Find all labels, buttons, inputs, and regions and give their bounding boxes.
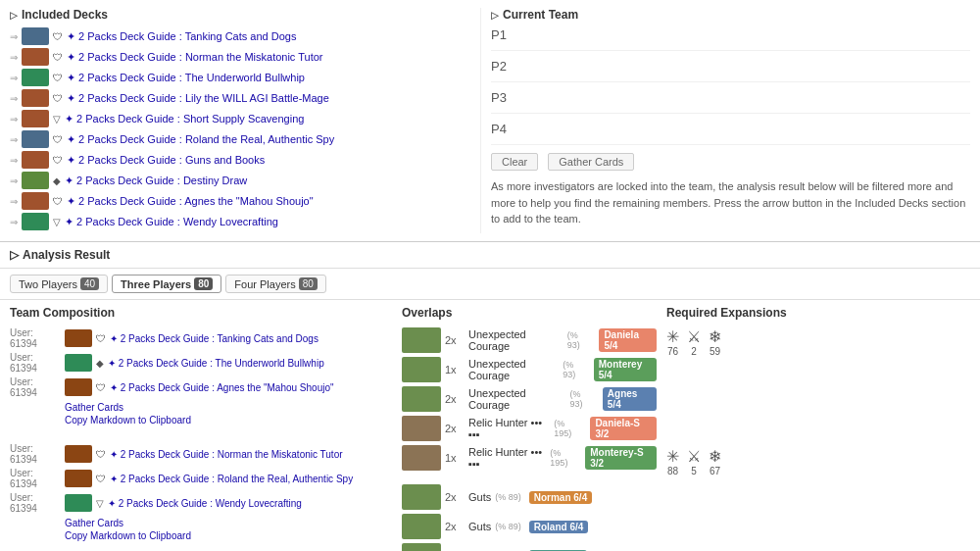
list-item: ⇒ 🛡 ✦ 2 Packs Deck Guide : Guns and Book… [10, 151, 470, 169]
overlap-badge: Daniela-S 3/2 [590, 417, 657, 440]
gather-cards-link-1[interactable]: Gather Cards [65, 402, 392, 413]
comp-link[interactable]: ✦ 2 Packs Deck Guide : Norman the Miskat… [110, 449, 343, 460]
overlap-item: 2x Guts (% 89) Norman 6/4 [402, 484, 657, 510]
deck-arrow-4[interactable]: ⇒ [10, 93, 18, 104]
exp-icon-item: ✳ 88 [666, 447, 679, 476]
deck-arrow-9[interactable]: ⇒ [10, 196, 18, 207]
comp-thumb [65, 445, 92, 463]
deck-link-10[interactable]: ✦ 2 Packs Deck Guide : Wendy Lovecraftin… [65, 216, 278, 228]
copy-markdown-link-2[interactable]: Copy Markdown to Clipboard [65, 530, 392, 541]
deck-link-6[interactable]: ✦ 2 Packs Deck Guide : Roland the Real, … [67, 133, 334, 146]
player-slot-p2: P2 [491, 59, 970, 82]
team-actions: Clear Gather Cards [491, 153, 970, 171]
comp-thumb [65, 329, 92, 347]
gather-cards-button[interactable]: Gather Cards [548, 153, 634, 171]
deck-link-2[interactable]: ✦ 2 Packs Deck Guide : Norman the Miskat… [67, 51, 323, 64]
clear-button[interactable]: Clear [491, 153, 538, 171]
overlap-thumb [402, 327, 441, 353]
list-item: ⇒ 🛡 ✦ 2 Packs Deck Guide : Lily the WILL… [10, 89, 470, 107]
comp-thumb [65, 354, 92, 372]
tab-badge-four: 80 [299, 277, 318, 290]
comp-link[interactable]: ✦ 2 Packs Deck Guide : Agnes the "Mahou … [110, 382, 334, 393]
action-row-2: Gather Cards Copy Markdown to Clipboard [10, 518, 392, 541]
overlap-badge: Daniela 5/4 [599, 328, 657, 352]
deck-arrow-1[interactable]: ⇒ [10, 31, 18, 42]
action-row-1: Gather Cards Copy Markdown to Clipboard [10, 402, 392, 426]
overlap-group-2: 2x Guts (% 89) Norman 6/4 2x Guts (% 89)… [402, 484, 657, 551]
overlap-item: 2x Relic Hunter ••• ▪▪▪ (% 195) Daniela-… [402, 416, 657, 441]
deck-thumb [22, 192, 49, 210]
tab-badge-three: 80 [194, 277, 213, 290]
deck-link-1[interactable]: ✦ 2 Packs Deck Guide : Tanking Cats and … [67, 30, 296, 43]
overlap-thumb [402, 445, 441, 471]
overlap-thumb [402, 484, 441, 510]
deck-thumb [22, 130, 49, 148]
comp-thumb [65, 494, 92, 512]
exp-icons-2: ✳ 88 ⚔ 5 ❄ 67 [666, 447, 970, 476]
expansion-icon-snowflake: ✳ [666, 327, 679, 346]
deck-thumb [22, 213, 49, 230]
required-expansions-header: Required Expansions [666, 306, 970, 320]
deck-arrow-8[interactable]: ⇒ [10, 175, 18, 186]
expansion-icon-star: ❄ [709, 327, 721, 346]
deck-link-3[interactable]: ✦ 2 Packs Deck Guide : The Underworld Bu… [67, 72, 305, 84]
comp-item: User: 61394 ◆ ✦ 2 Packs Deck Guide : The… [10, 352, 392, 374]
gather-cards-link-2[interactable]: Gather Cards [65, 518, 392, 528]
deck-thumb [22, 151, 49, 169]
overlap-thumb [402, 416, 441, 441]
tab-badge-two: 40 [80, 277, 99, 290]
content-area: Team Composition User: 61394 🛡 ✦ 2 Packs… [0, 300, 980, 551]
deck-arrow-2[interactable]: ⇒ [10, 52, 18, 63]
tab-two-players[interactable]: Two Players 40 [10, 275, 108, 293]
list-item: ⇒ ▽ ✦ 2 Packs Deck Guide : Short Supply … [10, 110, 470, 127]
analysis-result-header: ▷ Analysis Result [0, 242, 980, 269]
deck-link-9[interactable]: ✦ 2 Packs Deck Guide : Agnes the "Mahou … [67, 195, 314, 208]
list-item: ⇒ 🛡 ✦ 2 Packs Deck Guide : Tanking Cats … [10, 27, 470, 45]
exp-icons-1: ✳ 76 ⚔ 2 ❄ 59 [666, 327, 970, 357]
comp-link[interactable]: ✦ 2 Packs Deck Guide : Tanking Cats and … [110, 333, 318, 344]
comp-item: User: 61394 🛡 ✦ 2 Packs Deck Guide : Nor… [10, 443, 392, 465]
deck-link-4[interactable]: ✦ 2 Packs Deck Guide : Lily the WILL AGI… [67, 92, 329, 105]
deck-list: ⇒ 🛡 ✦ 2 Packs Deck Guide : Tanking Cats … [10, 27, 470, 230]
deck-arrow-5[interactable]: ⇒ [10, 114, 18, 125]
list-item: ⇒ 🛡 ✦ 2 Packs Deck Guide : Agnes the "Ma… [10, 192, 470, 210]
overlap-item: 1x Unexpected Courage (% 93) Monterey 5/… [402, 357, 657, 382]
comp-link[interactable]: ✦ 2 Packs Deck Guide : Wendy Lovecraftin… [108, 498, 302, 509]
overlap-item: 2x Guts (% 89) Wendy 6/4 [402, 543, 657, 551]
deck-arrow-10[interactable]: ⇒ [10, 217, 18, 227]
exp-icon-item: ✳ 76 [666, 327, 679, 357]
deck-thumb [22, 69, 49, 86]
deck-arrow-3[interactable]: ⇒ [10, 73, 18, 83]
deck-arrow-7[interactable]: ⇒ [10, 155, 18, 166]
deck-arrow-6[interactable]: ⇒ [10, 134, 18, 145]
overlap-badge: Monterey-S 3/2 [585, 446, 657, 470]
overlap-thumb [402, 357, 441, 382]
included-decks-header: ▷ Included Decks [10, 8, 470, 22]
overlap-thumb [402, 514, 441, 539]
comp-link[interactable]: ✦ 2 Packs Deck Guide : Roland the Real, … [110, 474, 353, 484]
team-info: As more investigators are locked into th… [491, 178, 970, 227]
exp-icon-item: ⚔ 2 [687, 327, 701, 357]
comp-link[interactable]: ✦ 2 Packs Deck Guide : The Underworld Bu… [108, 358, 324, 369]
exp-icon-item: ⚔ 5 [687, 447, 701, 476]
overlap-thumb [402, 543, 441, 551]
list-item: ⇒ 🛡 ✦ 2 Packs Deck Guide : Norman the Mi… [10, 48, 470, 66]
overlap-badge: Roland 6/4 [529, 521, 589, 533]
tab-three-players[interactable]: Three Players 80 [112, 275, 221, 293]
tab-four-players[interactable]: Four Players 80 [225, 275, 325, 293]
team-composition-panel: Team Composition User: 61394 🛡 ✦ 2 Packs… [10, 306, 392, 551]
deck-link-7[interactable]: ✦ 2 Packs Deck Guide : Guns and Books [67, 154, 265, 167]
deck-link-5[interactable]: ✦ 2 Packs Deck Guide : Short Supply Scav… [65, 113, 304, 125]
expansion-icon-star-2: ❄ [709, 447, 721, 466]
deck-thumb [22, 27, 49, 45]
overlap-item: 2x Unexpected Courage (% 93) Daniela 5/4 [402, 327, 657, 353]
overlaps-header: Overlaps [402, 306, 657, 320]
expansion-icon-snowflake-2: ✳ [666, 447, 679, 466]
copy-markdown-link-1[interactable]: Copy Markdown to Clipboard [65, 415, 392, 426]
deck-thumb [22, 48, 49, 66]
list-item: ⇒ ▽ ✦ 2 Packs Deck Guide : Wendy Lovecra… [10, 213, 470, 230]
comp-item: User: 61394 🛡 ✦ 2 Packs Deck Guide : Tan… [10, 327, 392, 349]
deck-link-8[interactable]: ✦ 2 Packs Deck Guide : Destiny Draw [65, 175, 247, 187]
overlap-thumb [402, 386, 441, 412]
deck-thumb [22, 172, 49, 189]
